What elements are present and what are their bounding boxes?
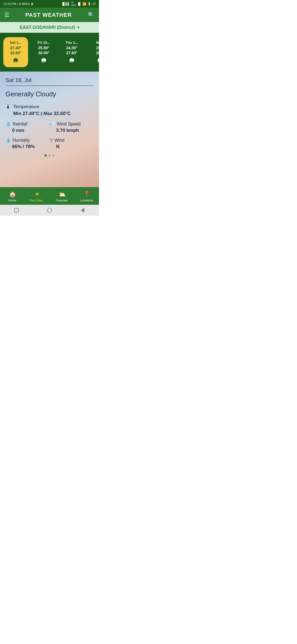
humidity-label-text: Humidity <box>13 138 30 143</box>
home-circle-icon <box>47 208 52 213</box>
card-max-0: 32.60° <box>10 51 21 55</box>
status-left: 12:55 PM | 6.0KB/s 🗑 <box>3 2 34 6</box>
rainfall-item: 💧 Rainfall 0 mm <box>6 121 50 133</box>
wind-label: ▽ Wind <box>50 138 94 143</box>
card-day-3: Wed <box>96 40 99 45</box>
rainfall-label: 💧 Rainfall <box>6 121 50 127</box>
windspeed-item: 💨 Wind Speed 3.70 kmph <box>50 121 94 133</box>
vo-wifi-label: VoWiFi <box>71 1 76 7</box>
temperature-section: 🌡 Temperature Min 27.40°C | Max 32.60°C <box>6 103 94 116</box>
app-bar: ☰ PAST WEATHER 🔍 <box>0 8 99 22</box>
battery-level: 37 <box>92 2 96 6</box>
battery-icon: 🔋 <box>87 2 91 6</box>
locations-icon: 📍 <box>83 191 90 198</box>
search-icon[interactable]: 🔍 <box>88 12 95 18</box>
card-min-3: 25.5 <box>96 46 99 50</box>
status-time: 12:55 PM <box>3 2 16 6</box>
recent-apps-button[interactable] <box>13 207 20 214</box>
wind-value: N <box>56 144 94 149</box>
card-icon-2: 🌧 <box>69 57 75 64</box>
card-min-1: 25.90° <box>38 46 50 50</box>
detail-condition: Generally Cloudy <box>6 90 94 98</box>
status-right: ▐▌▌▌ VoWiFi ▐▌ 📶 🔋 37 <box>61 1 96 7</box>
temperature-label: Temperature <box>13 104 39 110</box>
nav-locations[interactable]: 📍 Locations <box>74 191 99 202</box>
temperature-value: Min 27.40°C | Max 32.60°C <box>13 111 94 116</box>
humidity-label: 💧 Humidity <box>6 138 50 143</box>
humidity-icon: 💧 <box>6 138 11 143</box>
card-icon-0: 🌧 <box>13 57 19 64</box>
dot-1[interactable] <box>45 154 47 157</box>
status-network: 6.0KB/s <box>19 2 30 6</box>
nav-forecast-label: Forecast <box>56 199 68 202</box>
dot-2[interactable] <box>48 154 51 157</box>
windspeed-value: 3.70 kmph <box>56 128 94 133</box>
card-day-1: Fri 15... <box>37 40 50 45</box>
humidity-item: 💧 Humidity 66% / 78% <box>6 138 50 149</box>
sun-icon: ☀ <box>34 191 40 198</box>
rainfall-icon: 💧 <box>6 121 11 127</box>
location-text: EAST-GODAVARI (District) <box>20 25 75 30</box>
nav-past-weather[interactable]: ☀ Past Wea... <box>25 191 50 202</box>
nav-forecast[interactable]: ⛅ Forecast <box>50 191 74 202</box>
status-separator: | <box>17 2 18 6</box>
humidity-value: 66% / 78% <box>12 144 50 149</box>
wind-item: ▽ Wind N <box>50 138 94 149</box>
temperature-title: 🌡 Temperature <box>6 103 94 110</box>
dropdown-icon: ▾ <box>77 25 79 30</box>
location-bar[interactable]: EAST-GODAVARI (District) ▾ <box>0 22 99 33</box>
windspeed-label: 💨 Wind Speed <box>50 121 94 127</box>
delete-icon: 🗑 <box>31 2 34 6</box>
detail-date: Sat 16, Jul <box>6 77 94 83</box>
weather-scroll-area: Sat 1... 27.40° 32.60° 🌧 Fri 15... 25.90… <box>0 33 99 72</box>
weather-card-0[interactable]: Sat 1... 27.40° 32.60° 🌧 <box>3 37 28 67</box>
recent-apps-icon <box>14 208 19 212</box>
forecast-icon: ⛅ <box>58 191 66 198</box>
dots-row <box>6 154 94 157</box>
card-icon-1: 🌧 <box>41 57 47 64</box>
card-max-1: 30.00° <box>38 51 50 55</box>
card-min-0: 27.40° <box>10 46 21 50</box>
card-max-3: 28.0 <box>96 51 99 55</box>
card-max-2: 27.60° <box>66 51 78 55</box>
dot-3[interactable] <box>52 154 54 157</box>
nav-locations-label: Locations <box>80 199 93 202</box>
menu-icon[interactable]: ☰ <box>4 12 9 18</box>
nav-home[interactable]: 🏠 Home <box>0 191 25 202</box>
signal-icon: ▐▌▌▌ <box>61 2 70 6</box>
windspeed-label-text: Wind Speed <box>57 122 81 127</box>
card-day-0: Sat 1... <box>10 40 21 45</box>
home-icon: 🏠 <box>9 191 16 198</box>
weather-card-2[interactable]: Thu 1... 24.00° 27.60° 🌧 <box>59 37 84 67</box>
status-bar: 12:55 PM | 6.0KB/s 🗑 ▐▌▌▌ VoWiFi ▐▌ 📶 🔋 … <box>0 0 99 8</box>
card-min-2: 24.00° <box>66 46 78 50</box>
wind-label-text: Wind <box>54 138 64 143</box>
thermometer-icon: 🌡 <box>6 103 11 110</box>
nav-past-weather-label: Past Wea... <box>29 199 45 202</box>
weather-grid: 💧 Rainfall 0 mm 💨 Wind Speed 3.70 kmph 💧… <box>6 121 94 149</box>
detail-divider <box>6 86 94 86</box>
wind-direction-icon: ▽ <box>50 138 53 143</box>
nav-home-label: Home <box>8 199 16 202</box>
weather-card-3[interactable]: Wed 25.5 28.0 🌧 <box>87 37 99 67</box>
card-icon-3: 🌧 <box>97 57 99 64</box>
bottom-nav: 🏠 Home ☀ Past Wea... ⛅ Forecast 📍 Locati… <box>0 187 99 205</box>
windspeed-icon: 💨 <box>50 121 55 127</box>
card-day-2: Thu 1... <box>65 40 78 45</box>
back-icon <box>81 208 84 213</box>
detail-area: Sat 16, Jul Generally Cloudy 🌡 Temperatu… <box>0 72 99 187</box>
wifi-icon: 📶 <box>82 2 86 6</box>
weather-card-1[interactable]: Fri 15... 25.90° 30.00° 🌧 <box>31 37 56 67</box>
rainfall-value: 0 mm <box>12 128 50 133</box>
home-button[interactable] <box>46 207 53 214</box>
system-nav <box>0 205 99 216</box>
signal2-icon: ▐▌ <box>77 2 81 6</box>
rainfall-label-text: Rainfall <box>13 122 27 127</box>
back-button[interactable] <box>79 207 86 214</box>
app-title: PAST WEATHER <box>25 12 72 18</box>
